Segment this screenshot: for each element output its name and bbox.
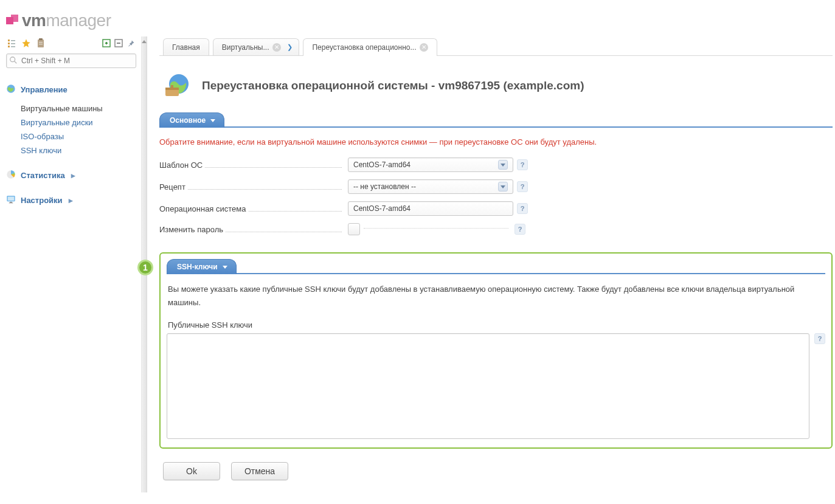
svg-rect-6: [8, 46, 10, 47]
sidebar: Управление Виртуальные машины Виртуальны…: [0, 36, 141, 492]
collapse-icon[interactable]: [113, 38, 124, 49]
svg-rect-8: [38, 40, 44, 47]
logo: vmmanager: [6, 11, 835, 30]
tab-reinstall[interactable]: Переустановка операционно... ✕: [303, 38, 437, 56]
label-os-template: Шаблон ОС: [159, 161, 342, 170]
select-os-template[interactable]: CentOS-7-amd64: [348, 157, 513, 172]
reinstall-icon: [163, 72, 191, 100]
select-recipe[interactable]: -- не установлен --: [348, 179, 513, 194]
clipboard-icon[interactable]: [35, 38, 46, 49]
list-icon[interactable]: [6, 38, 17, 49]
help-icon[interactable]: ?: [515, 224, 525, 235]
label-ssh-keys: Публичные SSH ключи: [168, 320, 824, 330]
input-os[interactable]: [348, 201, 513, 216]
svg-rect-1: [11, 15, 18, 22]
pin-icon[interactable]: [125, 38, 136, 49]
nav-section-label: Управление: [21, 85, 68, 94]
globe-icon: [6, 84, 16, 95]
dropdown-icon: [498, 160, 508, 170]
chevron-right-icon: ▸: [69, 196, 73, 205]
label-change-password: Изменить пароль: [159, 225, 342, 234]
content: Главная Виртуальны... ✕ ❯ Переустановка …: [147, 36, 835, 492]
close-icon[interactable]: ✕: [420, 43, 428, 52]
svg-rect-7: [11, 46, 15, 47]
help-icon[interactable]: ?: [814, 333, 825, 344]
close-icon[interactable]: ✕: [272, 43, 281, 52]
pill-label: Основное: [170, 116, 206, 125]
help-icon[interactable]: ?: [517, 159, 528, 170]
search-wrap: [6, 54, 136, 68]
svg-rect-24: [9, 202, 13, 203]
nav-section-label: Статистика: [21, 171, 65, 180]
svg-rect-2: [8, 40, 10, 41]
section-header-ssh: SSH-ключи: [167, 257, 825, 274]
svg-rect-5: [11, 43, 15, 44]
star-icon[interactable]: [21, 38, 32, 49]
search-icon: [9, 56, 18, 64]
nav-section-settings[interactable]: Настройки ▸: [6, 193, 136, 207]
logo-text: vmmanager: [22, 11, 111, 30]
ok-button[interactable]: Ok: [163, 462, 220, 480]
callout-badge: 1: [137, 260, 153, 275]
tab-label: Виртуальны...: [222, 43, 269, 52]
chevron-right-icon: ▸: [71, 171, 75, 180]
svg-point-17: [10, 57, 15, 62]
sidebar-item-vms[interactable]: Виртуальные машины: [21, 102, 136, 116]
svg-rect-28: [171, 85, 173, 89]
svg-rect-11: [39, 44, 43, 44]
svg-rect-10: [39, 42, 43, 43]
select-value: -- не установлен --: [353, 182, 416, 191]
ssh-section-highlight: 1 SSH-ключи Вы можете указать какие публ…: [159, 252, 833, 449]
cancel-button[interactable]: Отмена: [231, 462, 288, 480]
logo-mark-icon: [6, 15, 19, 27]
header: vmmanager: [0, 0, 835, 36]
expand-icon[interactable]: [101, 38, 112, 49]
checkbox-change-password[interactable]: [348, 223, 360, 235]
section-header-main: Основное: [159, 111, 833, 128]
chevron-down-icon: [210, 119, 215, 122]
chevron-right-icon: ❯: [287, 43, 293, 51]
search-input[interactable]: [6, 54, 136, 68]
sidebar-toolbar: [6, 36, 136, 52]
page-title: Переустановка операционной системы - vm9…: [202, 79, 584, 92]
nav-section-label: Настройки: [21, 196, 63, 205]
label-os: Операционная система: [159, 204, 342, 213]
tab-label: Переустановка операционно...: [312, 43, 416, 52]
warning-text: Обратите внимание, если на виртуальной м…: [159, 137, 829, 147]
action-row: Ok Отмена: [159, 462, 833, 480]
page-title-row: Переустановка операционной системы - vm9…: [159, 56, 833, 111]
section-pill-ssh[interactable]: SSH-ключи: [167, 259, 237, 274]
select-value: CentOS-7-amd64: [353, 161, 411, 169]
svg-rect-3: [11, 40, 15, 41]
svg-rect-22: [8, 196, 15, 201]
label-recipe: Рецепт: [159, 182, 342, 192]
help-icon[interactable]: ?: [517, 203, 528, 214]
nav: Управление Виртуальные машины Виртуальны…: [6, 83, 136, 207]
svg-rect-23: [10, 202, 12, 202]
nav-section-management[interactable]: Управление: [6, 83, 136, 97]
help-icon[interactable]: ?: [517, 181, 528, 192]
tab-label: Главная: [172, 43, 200, 52]
svg-line-18: [15, 61, 17, 64]
tab-main[interactable]: Главная: [163, 38, 209, 55]
tab-virtual[interactable]: Виртуальны... ✕ ❯: [213, 38, 300, 55]
textarea-ssh-keys[interactable]: [167, 333, 809, 439]
svg-rect-9: [39, 38, 43, 40]
sidebar-item-disks[interactable]: Виртуальные диски: [21, 116, 136, 129]
svg-rect-16: [117, 43, 120, 44]
chevron-down-icon: [223, 266, 227, 269]
pill-label: SSH-ключи: [177, 263, 218, 271]
sidebar-item-iso[interactable]: ISO-образы: [21, 129, 136, 143]
monitor-icon: [6, 195, 16, 206]
svg-rect-4: [8, 43, 10, 44]
svg-rect-14: [106, 42, 107, 44]
section-pill-main[interactable]: Основное: [159, 112, 224, 128]
pie-icon: [6, 170, 16, 181]
grip-icon: [142, 40, 147, 43]
ssh-description: Вы можете указать какие публичные SSH кл…: [168, 283, 824, 309]
sidebar-item-ssh[interactable]: SSH ключи: [21, 143, 136, 157]
nav-section-stats[interactable]: Статистика ▸: [6, 168, 136, 182]
dropdown-icon: [498, 182, 508, 192]
tabs: Главная Виртуальны... ✕ ❯ Переустановка …: [159, 36, 833, 56]
